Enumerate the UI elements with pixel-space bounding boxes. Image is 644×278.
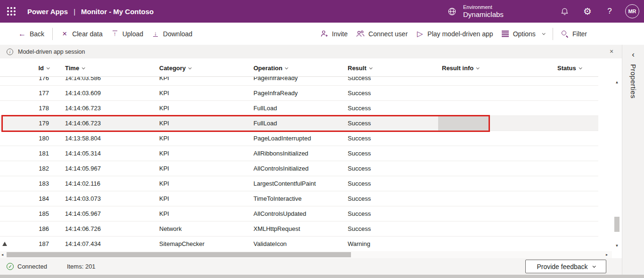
cell-operation: PageInfraReady — [250, 77, 344, 82]
cell-operation: AllControlsUpdated — [250, 210, 344, 217]
table-row-177[interactable]: 17714:14:03.609KPIPageInfraReadySuccess — [0, 86, 598, 101]
chevron-down-icon — [542, 32, 546, 35]
help-button[interactable]: ? — [598, 0, 621, 23]
table-row-184[interactable]: 18414:14:03.073KPITimeToInteractiveSucce… — [0, 191, 598, 206]
table-row-187[interactable]: 18714:14:07.434SitemapCheckerValidateIco… — [0, 237, 598, 251]
vertical-scrollbar-thumb[interactable] — [614, 217, 620, 232]
scroll-down-arrow-icon[interactable]: ▼ — [613, 244, 621, 248]
clear-data-label: Clear data — [72, 30, 103, 38]
back-button[interactable]: ← Back — [14, 27, 49, 41]
table-row-176[interactable]: 17614:14:03.586KPIPageInfraReadySuccess — [0, 77, 598, 86]
toolbar-divider — [553, 28, 553, 40]
cell-category: KPI — [155, 135, 250, 142]
cell-category: KPI — [155, 180, 250, 187]
connected-check-icon: ✓ — [7, 263, 14, 270]
download-label: Download — [163, 30, 192, 38]
cell-time: 14:14:03.609 — [61, 90, 155, 97]
banner-close-icon[interactable]: × — [608, 48, 615, 55]
cell-result: Success — [344, 135, 438, 142]
connect-user-label: Connect user — [368, 30, 408, 38]
cell-time: 14:14:06.723 — [61, 105, 155, 112]
brand-title[interactable]: Power Apps — [27, 8, 68, 16]
scroll-right-arrow-icon[interactable]: ▸ — [606, 253, 608, 257]
cell-id: 186 — [13, 225, 53, 232]
row-icon-cell — [0, 242, 13, 246]
scroll-left-arrow-icon[interactable]: ◂ — [1, 253, 3, 257]
column-header-label: Result — [348, 65, 367, 72]
cell-id: 178 — [13, 105, 53, 112]
table-row-179[interactable]: 17914:14:06.723KPIFullLoadSuccess — [0, 116, 598, 131]
column-header-id[interactable]: Id — [13, 65, 53, 72]
avatar[interactable]: MR — [625, 4, 639, 18]
upload-label: Upload — [122, 30, 143, 38]
properties-panel-title[interactable]: Properties — [629, 64, 637, 98]
waffle-menu-button[interactable] — [0, 0, 23, 23]
table-row-180[interactable]: 18014:13:58.804KPIPageLoadInterruptedSuc… — [0, 131, 598, 146]
cell-operation: TimeToInteractive — [250, 195, 344, 202]
table-row-185[interactable]: 18514:14:05.967KPIAllControlsUpdatedSucc… — [0, 206, 598, 221]
cell-time: 14:14:07.434 — [61, 240, 155, 247]
horizontal-scrollbar-thumb[interactable] — [7, 252, 351, 257]
sort-chevron-icon — [82, 66, 85, 69]
title-group: Power Apps | Monitor - My Contoso — [27, 0, 154, 23]
cell-operation: ValidateIcon — [250, 240, 344, 247]
vertical-scrollbar[interactable]: ▲ ▼ — [613, 77, 621, 251]
provide-feedback-button[interactable]: Provide feedback — [525, 260, 606, 273]
cell-operation: FullLoad — [250, 105, 344, 112]
horizontal-scrollbar[interactable]: ◂ ▸ — [0, 251, 612, 258]
column-header-label: Status — [557, 65, 576, 72]
grid-header: IdTimeCategoryOperationResultResult info… — [0, 59, 598, 77]
toolbar-divider — [52, 28, 53, 40]
table-row-182[interactable]: 18214:14:05.967KPIAllControlsInitialized… — [0, 161, 598, 176]
table-row-181[interactable]: 18114:14:05.314KPIAllRibbonsInitializedS… — [0, 146, 598, 161]
notifications-button[interactable] — [553, 0, 576, 23]
column-header-time[interactable]: Time — [61, 65, 155, 72]
environment-label: Environment — [463, 4, 504, 10]
column-header-status[interactable]: Status — [554, 65, 598, 72]
column-header-operation[interactable]: Operation — [250, 65, 344, 72]
items-count: Items: 201 — [67, 263, 96, 270]
cell-result: Success — [344, 225, 438, 232]
sort-chevron-icon — [47, 66, 50, 69]
selected-cell-highlight — [438, 116, 489, 131]
expand-panel-chevron-icon[interactable]: ‹ — [632, 50, 635, 58]
column-header-label: Result info — [442, 65, 473, 72]
download-button[interactable]: ↓ Download — [147, 27, 196, 41]
cell-id: 177 — [13, 90, 53, 97]
environment-picker[interactable]: Environment Dynamiclabs — [448, 0, 504, 23]
cell-time: 14:14:06.726 — [61, 225, 155, 232]
invite-button[interactable]: Invite — [317, 27, 352, 41]
options-button[interactable]: Options — [497, 27, 549, 41]
upload-button[interactable]: ↑ Upload — [107, 27, 147, 41]
banner-message: Model-driven app session — [18, 49, 85, 55]
page-bottom-scrollbar[interactable] — [0, 275, 644, 278]
connect-user-button[interactable]: Connect user — [352, 27, 412, 41]
top-header-bar: Power Apps | Monitor - My Contoso Enviro… — [0, 0, 644, 23]
cell-id: 184 — [13, 195, 53, 202]
command-bar: ← Back × Clear data ↑ Upload ↓ Download — [0, 23, 644, 45]
table-row-186[interactable]: 18614:14:06.726NetworkXMLHttpRequestSucc… — [0, 221, 598, 237]
clear-data-button[interactable]: × Clear data — [57, 27, 107, 41]
column-header-label: Operation — [253, 65, 282, 72]
cell-operation: PageLoadInterrupted — [250, 135, 344, 142]
column-header-result_info[interactable]: Result info — [438, 65, 554, 72]
column-header-result[interactable]: Result — [344, 65, 438, 72]
cell-operation: FullLoad — [250, 120, 344, 127]
table-row-183[interactable]: 18314:14:02.116KPILargestContentfulPaint… — [0, 176, 598, 191]
scroll-up-arrow-icon[interactable]: ▲ — [613, 80, 621, 84]
download-icon: ↓ — [152, 31, 159, 37]
column-header-category[interactable]: Category — [155, 65, 250, 72]
column-header-label: Id — [38, 65, 44, 72]
sort-chevron-icon — [579, 66, 582, 69]
play-model-driven-app-button[interactable]: ▷ Play model-driven app — [412, 27, 497, 41]
cell-id: 185 — [13, 210, 53, 217]
info-icon: i — [7, 49, 13, 55]
cell-result: Warning — [344, 240, 438, 247]
column-header-label: Time — [65, 65, 79, 72]
cell-operation: LargestContentfulPaint — [250, 180, 344, 187]
cell-id: 181 — [13, 150, 53, 157]
cell-category: KPI — [155, 90, 250, 97]
table-row-178[interactable]: 17814:14:06.723KPIFullLoadSuccess — [0, 101, 598, 116]
settings-button[interactable]: ⚙ — [576, 0, 599, 23]
filter-button[interactable]: Filter — [557, 27, 591, 41]
